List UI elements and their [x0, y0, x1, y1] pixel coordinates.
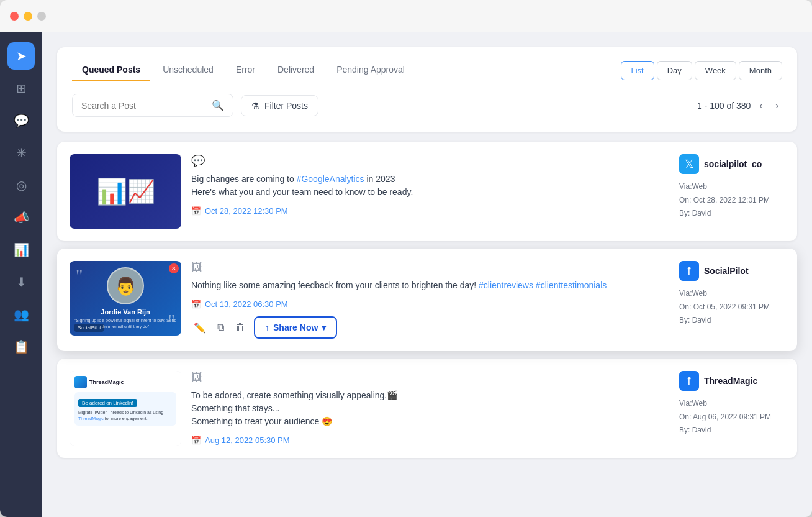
account-by-3: By: David [679, 424, 771, 437]
tab-unscheduled[interactable]: Unscheduled [153, 60, 223, 81]
next-page-button[interactable]: › [772, 99, 782, 112]
account-meta-1: Via:Web On: Oct 28, 2022 12:01 PM By: Da… [679, 180, 770, 221]
post-date-text-2: Oct 13, 2022 06:30 PM [205, 300, 288, 309]
post-date-text-3: Aug 12, 2022 05:30 PM [205, 436, 290, 445]
hashtag-clienttestimonials: #clienttestimonials [536, 280, 607, 290]
post-item-1: 📈 💬 Big changes are coming to #GoogleAna… [57, 142, 797, 241]
twitter-icon-1: 𝕏 [679, 154, 699, 174]
maximize-button[interactable] [37, 12, 46, 21]
account-info-1: 𝕏 socialpilot_co Via:Web On: Oct 28, 202… [679, 154, 785, 221]
account-name-3: ThreadMagic [704, 376, 757, 386]
account-meta-2: Via:Web On: Oct 05, 2022 09:31 PM By: Da… [679, 287, 770, 327]
filter-label: Filter Posts [264, 101, 308, 111]
sidebar-item-support[interactable]: ◎ [7, 172, 35, 199]
facebook-icon-3: f [679, 371, 699, 391]
post-type-icon-2: 🖼 [191, 261, 669, 274]
app-body: ➤ ⊞ 💬 ✳ ◎ 📣 📊 ⬇ 👥 📋 Queued Posts Unsched… [0, 32, 812, 517]
calendar-icon-2: 📅 [191, 300, 201, 309]
post-date-1: 📅 Oct 28, 2022 12:30 PM [191, 206, 669, 216]
sidebar-item-connections[interactable]: ✳ [7, 139, 35, 167]
profile-avatar: 👨 [107, 267, 144, 304]
sidebar-item-analytics[interactable]: 📊 [7, 236, 35, 263]
analytics-thumbnail: 📈 [70, 154, 181, 229]
search-input[interactable] [81, 101, 207, 111]
post-text-1: Big changes are coming to #GoogleAnalyti… [191, 173, 669, 199]
hashtag-clientreviews: #clientreviews [479, 280, 533, 290]
search-box[interactable]: 🔍 [72, 94, 233, 117]
post-date-2: 📅 Oct 13, 2022 06:30 PM [191, 300, 669, 309]
sidebar-item-download[interactable]: ⬇ [7, 268, 35, 296]
sidebar-item-inbox[interactable]: 💬 [7, 107, 35, 134]
post-item-2: " 👨 Jordie Van Rijn "Signing up is a pow… [57, 249, 797, 351]
post-date-text-1: Oct 28, 2022 12:30 PM [205, 206, 288, 216]
account-info-2: f SocialPilot Via:Web On: Oct 05, 2022 0… [679, 261, 785, 327]
post-type-icon-1: 💬 [191, 154, 669, 168]
close-button[interactable] [10, 12, 19, 21]
account-header-2: f SocialPilot [679, 261, 749, 281]
account-via-1: Via:Web [679, 180, 770, 194]
share-icon: ↑ [265, 323, 269, 332]
tabs-row: Queued Posts Unscheduled Error Delivered… [72, 60, 782, 81]
tab-delivered[interactable]: Delivered [268, 60, 324, 81]
post-content-2: 🖼 Nothing like some amazing feedback fro… [191, 261, 669, 339]
account-header-3: f ThreadMagic [679, 371, 757, 391]
post-actions-2: ✏️ ⧉ 🗑 ↑ Share Now ▾ [191, 316, 669, 339]
share-now-label: Share Now [273, 323, 318, 332]
thread-text: Migrate Twitter Threads to Linkedin as u… [78, 409, 173, 422]
account-via-2: Via:Web [679, 287, 770, 301]
sidebar-item-content[interactable]: 📋 [7, 333, 35, 360]
share-now-button[interactable]: ↑ Share Now ▾ [254, 316, 337, 339]
account-on-2: On: Oct 05, 2022 09:31 PM [679, 301, 770, 314]
app-window: ➤ ⊞ 💬 ✳ ◎ 📣 📊 ⬇ 👥 📋 Queued Posts Unsched… [0, 0, 812, 517]
post-content-1: 💬 Big changes are coming to #GoogleAnaly… [191, 154, 669, 216]
traffic-lights [10, 12, 46, 21]
post-type-icon-3: 🖼 [191, 371, 669, 384]
pagination: 1 - 100 of 380 ‹ › [697, 99, 782, 112]
thread-logo-icon [74, 376, 87, 388]
tab-pending-approval[interactable]: Pending Approval [327, 60, 415, 81]
search-icon: 🔍 [212, 99, 224, 111]
search-row: 🔍 ⚗ Filter Posts 1 - 100 of 380 ‹ › [72, 94, 782, 117]
chevron-down-icon: ▾ [322, 323, 326, 332]
edit-button[interactable]: ✏️ [191, 319, 209, 336]
account-name-1: socialpilot_co [704, 159, 762, 169]
thread-magic-thumbnail: ThreadMagic Be adored on LinkedIn! Migra… [70, 371, 181, 446]
view-list-button[interactable]: List [621, 61, 654, 80]
view-day-button[interactable]: Day [657, 61, 692, 80]
facebook-icon-2: f [679, 261, 699, 281]
header-card: Queued Posts Unscheduled Error Delivered… [57, 47, 797, 132]
minimize-button[interactable] [24, 12, 32, 21]
sidebar: ➤ ⊞ 💬 ✳ ◎ 📣 📊 ⬇ 👥 📋 [0, 32, 42, 517]
calendar-icon-1: 📅 [191, 206, 201, 216]
view-week-button[interactable]: Week [695, 61, 736, 80]
quote-right-icon: " [168, 311, 175, 331]
account-on-3: On: Aug 06, 2022 09:31 PM [679, 411, 771, 424]
filter-button[interactable]: ⚗ Filter Posts [241, 95, 318, 116]
thread-logo: ThreadMagic [74, 376, 124, 388]
post-tabs: Queued Posts Unscheduled Error Delivered… [72, 60, 415, 81]
post-thumbnail-1: 📈 [70, 154, 181, 229]
sidebar-item-dashboard[interactable]: ⊞ [7, 75, 35, 102]
copy-button[interactable]: ⧉ [215, 319, 227, 336]
prev-page-button[interactable]: ‹ [756, 99, 766, 112]
tab-queued-posts[interactable]: Queued Posts [72, 60, 150, 81]
quote-left-icon: " [76, 266, 83, 286]
sidebar-item-team[interactable]: 👥 [7, 301, 35, 328]
tab-error[interactable]: Error [226, 60, 265, 81]
main-content: Queued Posts Unscheduled Error Delivered… [42, 32, 812, 517]
feedback-thumbnail: " 👨 Jordie Van Rijn "Signing up is a pow… [70, 261, 181, 336]
thread-logo-text: ThreadMagic [89, 379, 124, 385]
sidebar-item-megaphone[interactable]: 📣 [7, 204, 35, 231]
hashtag-google-analytics: #GoogleAnalytics [297, 174, 364, 184]
delete-button[interactable]: 🗑 [233, 319, 248, 336]
account-on-1: On: Oct 28, 2022 12:01 PM [679, 194, 770, 208]
post-thumbnail-3: ThreadMagic Be adored on LinkedIn! Migra… [70, 371, 181, 446]
view-month-button[interactable]: Month [739, 61, 782, 80]
sidebar-item-send[interactable]: ➤ [7, 42, 35, 70]
pagination-text: 1 - 100 of 380 [697, 101, 751, 111]
titlebar [0, 0, 812, 32]
account-via-3: Via:Web [679, 397, 771, 411]
linkedin-badge: Be adored on LinkedIn! [78, 399, 137, 407]
post-content-3: 🖼 To be adored, create something visuall… [191, 371, 669, 445]
post-text-2: Nothing like some amazing feedback from … [191, 279, 669, 292]
